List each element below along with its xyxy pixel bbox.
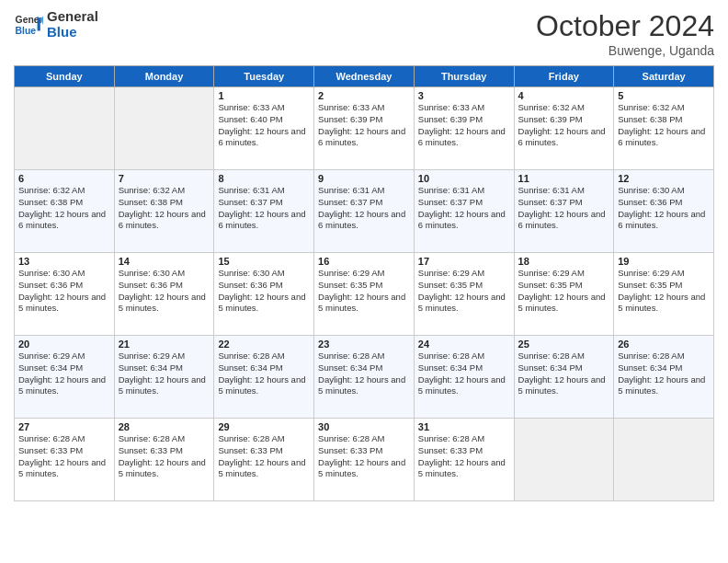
calendar-cell: [114, 87, 214, 170]
calendar-cell: 23Sunrise: 6:28 AMSunset: 6:34 PMDayligh…: [314, 336, 415, 419]
cell-day-number: 18: [518, 256, 610, 267]
cell-sun-info: Sunrise: 6:30 AMSunset: 6:36 PMDaylight:…: [18, 268, 110, 315]
cell-sun-info: Sunrise: 6:29 AMSunset: 6:35 PMDaylight:…: [418, 268, 510, 315]
cell-day-number: 26: [618, 339, 710, 350]
cell-sun-info: Sunrise: 6:28 AMSunset: 6:33 PMDaylight:…: [18, 433, 110, 480]
cell-day-number: 23: [318, 339, 410, 350]
calendar-cell: 4Sunrise: 6:32 AMSunset: 6:39 PMDaylight…: [514, 87, 614, 170]
calendar-cell: 1Sunrise: 6:33 AMSunset: 6:40 PMDaylight…: [214, 87, 314, 170]
cell-day-number: 30: [318, 421, 410, 432]
cell-sun-info: Sunrise: 6:31 AMSunset: 6:37 PMDaylight:…: [218, 185, 310, 232]
calendar-cell: 3Sunrise: 6:33 AMSunset: 6:39 PMDaylight…: [414, 87, 514, 170]
calendar-cell: 19Sunrise: 6:29 AMSunset: 6:35 PMDayligh…: [614, 253, 714, 336]
cell-day-number: 27: [18, 421, 110, 432]
cell-sun-info: Sunrise: 6:28 AMSunset: 6:34 PMDaylight:…: [518, 350, 610, 397]
calendar-cell: 21Sunrise: 6:29 AMSunset: 6:34 PMDayligh…: [114, 336, 214, 419]
calendar-cell: [614, 419, 714, 501]
calendar-cell: 5Sunrise: 6:32 AMSunset: 6:38 PMDaylight…: [614, 87, 714, 170]
calendar-cell: 9Sunrise: 6:31 AMSunset: 6:37 PMDaylight…: [314, 170, 415, 253]
cell-day-number: 13: [18, 256, 110, 267]
cell-sun-info: Sunrise: 6:31 AMSunset: 6:37 PMDaylight:…: [418, 185, 510, 232]
calendar-cell: 20Sunrise: 6:29 AMSunset: 6:34 PMDayligh…: [15, 336, 115, 419]
calendar-cell: 24Sunrise: 6:28 AMSunset: 6:34 PMDayligh…: [414, 336, 514, 419]
cell-sun-info: Sunrise: 6:28 AMSunset: 6:33 PMDaylight:…: [318, 433, 410, 480]
cell-day-number: 19: [618, 256, 710, 267]
cell-day-number: 16: [318, 256, 410, 267]
calendar-cell: 16Sunrise: 6:29 AMSunset: 6:35 PMDayligh…: [314, 253, 415, 336]
cell-sun-info: Sunrise: 6:32 AMSunset: 6:38 PMDaylight:…: [119, 185, 210, 232]
cell-sun-info: Sunrise: 6:28 AMSunset: 6:33 PMDaylight:…: [418, 433, 510, 480]
header: General Blue General Blue October 2024 B…: [14, 9, 714, 58]
cell-day-number: 17: [418, 256, 510, 267]
calendar-cell: [514, 419, 614, 501]
cell-day-number: 14: [119, 256, 210, 267]
calendar-week-row: 20Sunrise: 6:29 AMSunset: 6:34 PMDayligh…: [15, 336, 714, 419]
cell-day-number: 28: [119, 421, 210, 432]
logo: General Blue General Blue: [14, 9, 98, 40]
calendar-cell: 17Sunrise: 6:29 AMSunset: 6:35 PMDayligh…: [414, 253, 514, 336]
calendar-cell: 12Sunrise: 6:30 AMSunset: 6:36 PMDayligh…: [614, 170, 714, 253]
cell-sun-info: Sunrise: 6:33 AMSunset: 6:40 PMDaylight:…: [218, 102, 310, 149]
cell-day-number: 4: [518, 90, 610, 101]
cell-day-number: 6: [18, 173, 110, 184]
calendar-cell: 10Sunrise: 6:31 AMSunset: 6:37 PMDayligh…: [414, 170, 514, 253]
calendar-cell: 7Sunrise: 6:32 AMSunset: 6:38 PMDaylight…: [114, 170, 214, 253]
cell-day-number: 21: [119, 339, 210, 350]
cell-sun-info: Sunrise: 6:29 AMSunset: 6:34 PMDaylight:…: [18, 350, 110, 397]
cell-day-number: 15: [218, 256, 310, 267]
calendar-table: SundayMondayTuesdayWednesdayThursdayFrid…: [14, 65, 714, 501]
calendar-cell: 31Sunrise: 6:28 AMSunset: 6:33 PMDayligh…: [414, 419, 514, 501]
cell-day-number: 5: [618, 90, 710, 101]
col-header-saturday: Saturday: [614, 66, 714, 87]
svg-text:Blue: Blue: [16, 25, 37, 35]
calendar-week-row: 27Sunrise: 6:28 AMSunset: 6:33 PMDayligh…: [15, 419, 714, 501]
calendar-cell: 30Sunrise: 6:28 AMSunset: 6:33 PMDayligh…: [314, 419, 415, 501]
cell-day-number: 25: [518, 339, 610, 350]
title-block: October 2024 Buwenge, Uganda: [536, 9, 714, 58]
cell-sun-info: Sunrise: 6:30 AMSunset: 6:36 PMDaylight:…: [218, 268, 310, 315]
cell-day-number: 29: [218, 421, 310, 432]
calendar-cell: 11Sunrise: 6:31 AMSunset: 6:37 PMDayligh…: [514, 170, 614, 253]
cell-sun-info: Sunrise: 6:33 AMSunset: 6:39 PMDaylight:…: [318, 102, 410, 149]
cell-sun-info: Sunrise: 6:32 AMSunset: 6:39 PMDaylight:…: [518, 102, 610, 149]
calendar-cell: 28Sunrise: 6:28 AMSunset: 6:33 PMDayligh…: [114, 419, 214, 501]
col-header-sunday: Sunday: [15, 66, 115, 87]
cell-sun-info: Sunrise: 6:28 AMSunset: 6:34 PMDaylight:…: [418, 350, 510, 397]
cell-sun-info: Sunrise: 6:28 AMSunset: 6:34 PMDaylight:…: [318, 350, 410, 397]
cell-sun-info: Sunrise: 6:29 AMSunset: 6:35 PMDaylight:…: [518, 268, 610, 315]
cell-day-number: 24: [418, 339, 510, 350]
calendar-cell: 27Sunrise: 6:28 AMSunset: 6:33 PMDayligh…: [15, 419, 115, 501]
logo-icon: General Blue: [14, 10, 43, 40]
cell-day-number: 2: [318, 90, 410, 101]
calendar-cell: 18Sunrise: 6:29 AMSunset: 6:35 PMDayligh…: [514, 253, 614, 336]
calendar-week-row: 13Sunrise: 6:30 AMSunset: 6:36 PMDayligh…: [15, 253, 714, 336]
cell-day-number: 20: [18, 339, 110, 350]
calendar-cell: 22Sunrise: 6:28 AMSunset: 6:34 PMDayligh…: [214, 336, 314, 419]
calendar-cell: 14Sunrise: 6:30 AMSunset: 6:36 PMDayligh…: [114, 253, 214, 336]
cell-day-number: 9: [318, 173, 410, 184]
calendar-cell: 26Sunrise: 6:28 AMSunset: 6:34 PMDayligh…: [614, 336, 714, 419]
col-header-wednesday: Wednesday: [314, 66, 415, 87]
col-header-tuesday: Tuesday: [214, 66, 314, 87]
calendar-cell: 6Sunrise: 6:32 AMSunset: 6:38 PMDaylight…: [15, 170, 115, 253]
calendar-cell: 25Sunrise: 6:28 AMSunset: 6:34 PMDayligh…: [514, 336, 614, 419]
cell-sun-info: Sunrise: 6:29 AMSunset: 6:34 PMDaylight:…: [119, 350, 210, 397]
month-title: October 2024: [536, 9, 714, 43]
cell-day-number: 22: [218, 339, 310, 350]
cell-sun-info: Sunrise: 6:28 AMSunset: 6:33 PMDaylight:…: [218, 433, 310, 480]
logo-line1: General: [47, 9, 98, 25]
cell-sun-info: Sunrise: 6:29 AMSunset: 6:35 PMDaylight:…: [618, 268, 710, 315]
col-header-monday: Monday: [114, 66, 214, 87]
calendar-cell: 15Sunrise: 6:30 AMSunset: 6:36 PMDayligh…: [214, 253, 314, 336]
cell-day-number: 3: [418, 90, 510, 101]
cell-sun-info: Sunrise: 6:28 AMSunset: 6:34 PMDaylight:…: [618, 350, 710, 397]
cell-sun-info: Sunrise: 6:28 AMSunset: 6:33 PMDaylight:…: [119, 433, 210, 480]
cell-sun-info: Sunrise: 6:28 AMSunset: 6:34 PMDaylight:…: [218, 350, 310, 397]
logo-line2: Blue: [47, 25, 98, 40]
cell-day-number: 8: [218, 173, 310, 184]
cell-sun-info: Sunrise: 6:31 AMSunset: 6:37 PMDaylight:…: [318, 185, 410, 232]
calendar-week-row: 6Sunrise: 6:32 AMSunset: 6:38 PMDaylight…: [15, 170, 714, 253]
calendar-cell: 13Sunrise: 6:30 AMSunset: 6:36 PMDayligh…: [15, 253, 115, 336]
cell-sun-info: Sunrise: 6:30 AMSunset: 6:36 PMDaylight:…: [618, 185, 710, 232]
calendar-cell: 2Sunrise: 6:33 AMSunset: 6:39 PMDaylight…: [314, 87, 415, 170]
